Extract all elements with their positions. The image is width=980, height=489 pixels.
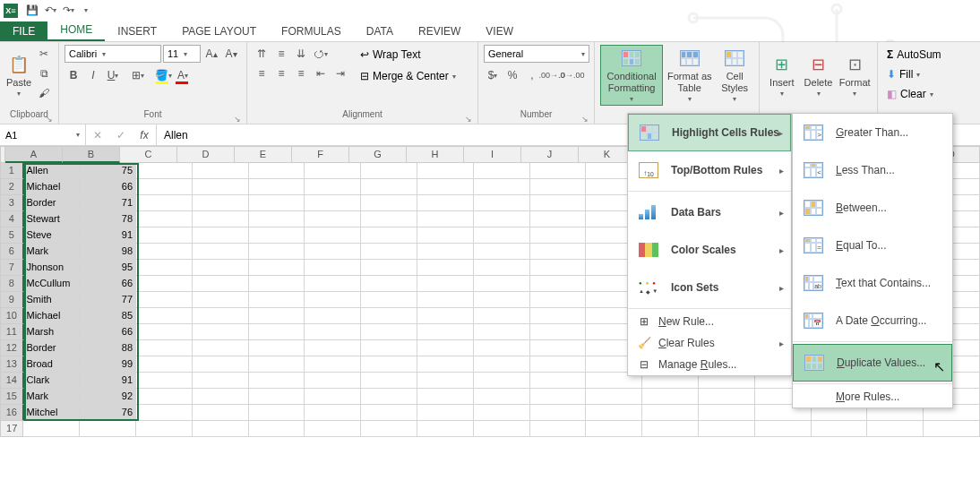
menu-color-scales[interactable]: Color Scales▸ [628, 231, 791, 269]
cell[interactable] [924, 421, 980, 437]
cell[interactable] [193, 276, 249, 292]
cell[interactable]: Stewart [24, 211, 81, 227]
cell[interactable] [361, 324, 417, 340]
cell[interactable]: 99 [80, 356, 136, 373]
cell[interactable]: 71 [80, 195, 136, 211]
qat-customize[interactable]: ▾ [77, 2, 95, 20]
menu-manage-rules[interactable]: ⊟ Manage Rules... [628, 354, 791, 375]
align-middle-button[interactable]: ≡ [272, 45, 290, 63]
row-header[interactable]: 16 [0, 405, 24, 421]
menu-more-rules[interactable]: More Rules... [793, 386, 952, 408]
cell[interactable] [136, 195, 193, 211]
cell[interactable] [417, 308, 474, 324]
cell[interactable] [193, 244, 249, 260]
tab-page-layout[interactable]: PAGE LAYOUT [169, 21, 269, 41]
cell[interactable]: 66 [80, 276, 136, 292]
row-header[interactable]: 14 [0, 373, 24, 389]
cell[interactable] [305, 163, 361, 179]
cell[interactable] [249, 356, 305, 373]
borders-button[interactable]: ⊞▾ [129, 66, 147, 84]
paste-button[interactable]: 📋 Paste ▾ [5, 45, 32, 106]
cell[interactable] [417, 292, 474, 308]
cell[interactable] [361, 163, 417, 179]
column-header[interactable]: F [292, 146, 349, 163]
cell[interactable] [193, 179, 249, 195]
cell[interactable] [249, 227, 305, 244]
cell[interactable] [586, 421, 642, 437]
cell[interactable] [193, 324, 249, 340]
cell[interactable] [136, 324, 193, 340]
autosum-button[interactable]: ΣAutoSum [883, 45, 945, 64]
cell[interactable] [249, 260, 305, 276]
menu-new-rule[interactable]: ⊞ New Rule... [628, 311, 791, 332]
cell[interactable] [193, 389, 249, 405]
column-header[interactable]: H [407, 146, 464, 163]
cell[interactable] [305, 227, 361, 244]
column-header[interactable]: D [177, 146, 235, 163]
cell[interactable] [305, 244, 361, 260]
dialog-launcher[interactable]: ↘ [46, 115, 53, 124]
menu-top-bottom-rules[interactable]: ↑10 Top/Bottom Rules▸ [628, 151, 791, 189]
cell[interactable] [530, 373, 587, 389]
cell[interactable] [305, 324, 361, 340]
cell[interactable] [249, 211, 305, 227]
cancel-formula-button[interactable]: ✕ [86, 126, 109, 144]
align-right-button[interactable]: ≡ [292, 64, 310, 82]
cell[interactable] [361, 179, 417, 195]
dialog-launcher[interactable]: ↘ [465, 115, 472, 124]
cell[interactable]: Broad [24, 356, 81, 373]
menu-data-bars[interactable]: Data Bars▸ [628, 193, 791, 231]
align-center-button[interactable]: ≡ [272, 64, 290, 82]
cell[interactable] [586, 389, 642, 405]
cell[interactable] [305, 260, 361, 276]
cell[interactable] [530, 260, 587, 276]
cell[interactable] [530, 324, 587, 340]
cell[interactable] [136, 308, 193, 324]
cell[interactable] [136, 211, 193, 227]
cell[interactable] [474, 356, 530, 373]
row-header[interactable]: 5 [0, 227, 24, 244]
cell-styles-button[interactable]: Cell Styles▾ [716, 45, 753, 106]
menu-less-than[interactable]: < Less Than... [793, 151, 952, 189]
menu-greater-than[interactable]: > Greater Than... [793, 114, 952, 151]
accounting-format-button[interactable]: $▾ [484, 66, 502, 84]
cell[interactable] [305, 276, 361, 292]
cell[interactable] [474, 244, 530, 260]
cell[interactable] [305, 340, 361, 356]
cell[interactable]: Steve [24, 227, 81, 244]
cell[interactable] [136, 227, 193, 244]
cell[interactable] [361, 389, 417, 405]
cell[interactable] [474, 405, 530, 421]
tab-insert[interactable]: INSERT [105, 21, 169, 41]
font-name-combo[interactable]: Calibri▾ [64, 45, 161, 63]
name-box[interactable]: A1▾ [0, 124, 86, 145]
column-header[interactable]: I [464, 146, 521, 163]
menu-highlight-cells-rules[interactable]: Highlight Cells Rules▸ [628, 114, 791, 151]
cell[interactable]: 75 [80, 163, 136, 179]
increase-indent-button[interactable]: ⇥ [331, 64, 349, 82]
cell[interactable] [193, 211, 249, 227]
cell[interactable] [249, 244, 305, 260]
redo-button[interactable]: ↷▾ [59, 2, 77, 20]
cell[interactable] [474, 324, 530, 340]
cell[interactable]: 88 [80, 340, 136, 356]
cell[interactable] [867, 421, 924, 437]
cell[interactable]: 66 [80, 179, 136, 195]
cell[interactable] [361, 405, 417, 421]
cell[interactable] [193, 195, 249, 211]
cell[interactable] [361, 356, 417, 373]
menu-text-contains[interactable]: ab Text that Contains... [793, 264, 952, 302]
tab-view[interactable]: VIEW [473, 21, 526, 41]
undo-button[interactable]: ↶▾ [41, 2, 59, 20]
cell[interactable] [530, 244, 587, 260]
decrease-font-button[interactable]: A▾ [222, 45, 240, 63]
wrap-text-button[interactable]: ↩Wrap Text [357, 45, 460, 64]
row-header[interactable]: 2 [0, 179, 24, 195]
format-painter-button[interactable]: 🖌 [35, 84, 53, 102]
cell[interactable] [249, 308, 305, 324]
bold-button[interactable]: B [64, 66, 82, 84]
cell[interactable] [23, 421, 80, 437]
menu-icon-sets[interactable]: ●●●▲◆▼ Icon Sets▸ [628, 269, 791, 306]
cut-button[interactable]: ✂ [35, 45, 53, 63]
cell[interactable] [249, 292, 305, 308]
